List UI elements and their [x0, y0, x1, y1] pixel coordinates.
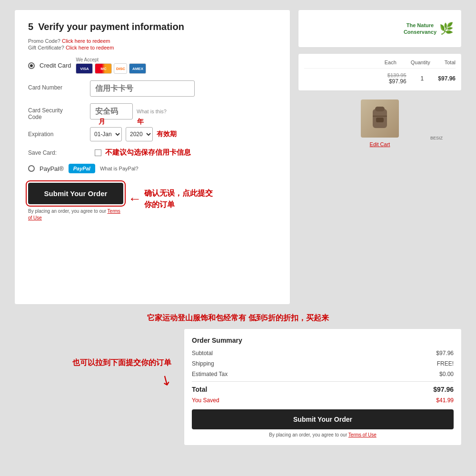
nc-logo-text: The Nature Conservancy — [404, 22, 436, 36]
tax-value: $0.00 — [439, 371, 454, 377]
total-label: Total — [445, 60, 456, 65]
submit-annotation: ← 确认无误，点此提交你的订单 — [128, 183, 213, 210]
credit-card-option[interactable]: Credit Card We Accept VISA MC DISC AMEX — [28, 57, 277, 74]
card-icons: VISA MC DISC AMEX — [76, 63, 146, 74]
terms-text: By placing an order, you agree to our Te… — [28, 208, 123, 221]
each-label: Each — [385, 60, 397, 65]
edit-cart-link[interactable]: Edit Cart — [298, 141, 462, 147]
paypal-label: PayPal® — [40, 165, 64, 172]
section-title: 5 Verify your payment information — [28, 21, 277, 32]
svg-rect-3 — [376, 118, 384, 122]
bottom-section: 也可以拉到下面提交你的订单 ↘ Order Summary Subtotal $… — [14, 328, 462, 446]
section-number: 5 — [28, 21, 33, 32]
expiry-annotation: 有效期 — [157, 130, 177, 139]
card-number-input[interactable] — [90, 80, 195, 97]
order-summary-title: Order Summary — [192, 337, 454, 344]
terms-bottom: By placing an order, you agree to our Te… — [192, 432, 454, 437]
saved-value: $41.99 — [436, 397, 454, 404]
year-select[interactable]: 2020 — [126, 127, 153, 141]
backpack-svg — [366, 104, 394, 138]
bottom-right: Order Summary Subtotal $97.96 Shipping F… — [184, 328, 462, 446]
total-value: $97.96 — [433, 386, 454, 393]
section-title-text: Verify your payment information — [38, 21, 184, 32]
submit-hint: 确认无误，点此提交你的订单 — [144, 188, 213, 210]
terms-bottom-link[interactable]: Terms of Use — [348, 432, 377, 437]
what-is-this[interactable]: What is this? — [137, 109, 167, 114]
card-security-input[interactable] — [90, 103, 133, 119]
summary-divider — [192, 381, 454, 382]
card-security-label: Card Security Code — [28, 103, 90, 120]
promo-line-1: Promo Code? Click here to redeem — [28, 38, 277, 44]
quantity-cell: 1 — [421, 75, 424, 82]
amex-icon: AMEX — [129, 63, 146, 74]
shipping-label: Shipping — [192, 360, 214, 367]
credit-card-radio[interactable] — [28, 62, 35, 69]
bottom-annotation-text: 也可以拉到下面提交你的订单 — [72, 357, 171, 368]
paypal-radio[interactable] — [28, 165, 35, 172]
order-item-header: Each Quantity Total — [304, 60, 456, 69]
save-card-label: Save Card: — [28, 149, 90, 156]
save-card-wrap: 不建议勾选保存信用卡信息 — [95, 148, 191, 157]
sale-price: $97.96 — [387, 78, 407, 85]
nc-leaf-icon: 🌿 — [439, 22, 454, 35]
card-number-wrap — [90, 80, 277, 97]
saved-label: You Saved — [192, 397, 219, 404]
expiration-row: Expiration 月 01-Jan 年 — [28, 127, 277, 141]
save-card-row: Save Card: 不建议勾选保存信用卡信息 — [28, 148, 277, 157]
shipping-row: Shipping FREE! — [192, 360, 454, 367]
total-row: Total $97.96 — [192, 386, 454, 393]
submit-order-button[interactable]: Submit Your Order — [28, 183, 123, 204]
payment-card: 5 Verify your payment information Promo … — [14, 10, 290, 305]
bottom-annotation-area: 也可以拉到下面提交你的订单 ↘ — [14, 328, 176, 388]
card-number-label: Card Number — [28, 80, 90, 91]
total-label: Total — [192, 386, 207, 393]
mastercard-icon: MC — [95, 63, 112, 74]
top-section: 5 Verify your payment information Promo … — [14, 10, 462, 305]
bottom-left: 也可以拉到下面提交你的订单 ↘ — [14, 328, 176, 446]
order-item-card: Each Quantity Total $139.95 $97.96 1 $97… — [298, 53, 462, 91]
expiration-wrap: 月 01-Jan 年 2020 有效期 — [90, 127, 277, 141]
we-accept-block: We Accept VISA MC DISC AMEX — [76, 57, 146, 74]
svg-rect-1 — [375, 107, 385, 111]
saved-row: You Saved $41.99 — [192, 397, 454, 404]
month-annotation: 月 — [99, 118, 105, 126]
expiry-wrap: 月 01-Jan 年 2020 有效期 — [90, 127, 277, 141]
order-summary: Order Summary Subtotal $97.96 Shipping F… — [184, 328, 462, 446]
promo-link[interactable]: Click here to redeem — [62, 38, 110, 44]
order-total-cell: $97.96 — [438, 75, 456, 82]
promo-line-2: Gift Certificate? Click here to redeem — [28, 45, 277, 50]
right-panel: The Nature Conservancy 🌿 Each Quantity T… — [298, 10, 462, 305]
price-cell: $139.95 $97.96 — [387, 72, 407, 85]
save-card-checkbox[interactable] — [95, 149, 101, 156]
arrow-left-icon: ← — [128, 192, 141, 206]
security-wrap: What is this? — [90, 103, 277, 119]
middle-annotation: 它家运动登山服饰和包经常有 低到5折的折扣，买起来 — [14, 312, 462, 324]
what-is-paypal[interactable]: What is PayPal? — [100, 166, 139, 171]
discover-icon: DISC — [114, 63, 127, 74]
quantity-label: Quantity — [411, 60, 430, 65]
product-thumb-area: BESIZ — [298, 96, 462, 141]
we-accept-label: We Accept — [76, 57, 146, 62]
promo-label: Promo Code? — [28, 38, 60, 44]
gift-link[interactable]: Click here to redeem — [66, 45, 114, 50]
submit-order-bottom-button[interactable]: Submit Your Order — [192, 409, 454, 429]
submit-section: Submit Your Order By placing an order, y… — [28, 183, 277, 221]
month-select[interactable]: 01-Jan — [90, 127, 122, 141]
nc-logo: The Nature Conservancy 🌿 — [404, 22, 454, 36]
paypal-row: PayPal® PayPal What is PayPal? — [28, 164, 277, 173]
nature-conservancy-block: The Nature Conservancy 🌿 — [298, 10, 462, 48]
subtotal-row: Subtotal $97.96 — [192, 350, 454, 357]
credit-card-label: Credit Card — [40, 62, 71, 69]
product-thumbnail — [361, 99, 399, 138]
expiration-label: Expiration — [28, 127, 90, 138]
visa-icon: VISA — [76, 63, 93, 74]
bottom-arrow-icon: ↘ — [157, 370, 174, 389]
bottom-arrow-row: ↘ — [160, 372, 171, 388]
tax-label: Estimated Tax — [192, 371, 228, 377]
submit-left: Submit Your Order By placing an order, y… — [28, 183, 123, 221]
save-card-annotation: 不建议勾选保存信用卡信息 — [105, 148, 191, 157]
shipping-value: FREE! — [437, 360, 454, 367]
card-security-row: Card Security Code What is this? — [28, 103, 277, 120]
page: 5 Verify your payment information Promo … — [0, 0, 476, 476]
order-item-row: $139.95 $97.96 1 $97.96 — [304, 72, 456, 85]
